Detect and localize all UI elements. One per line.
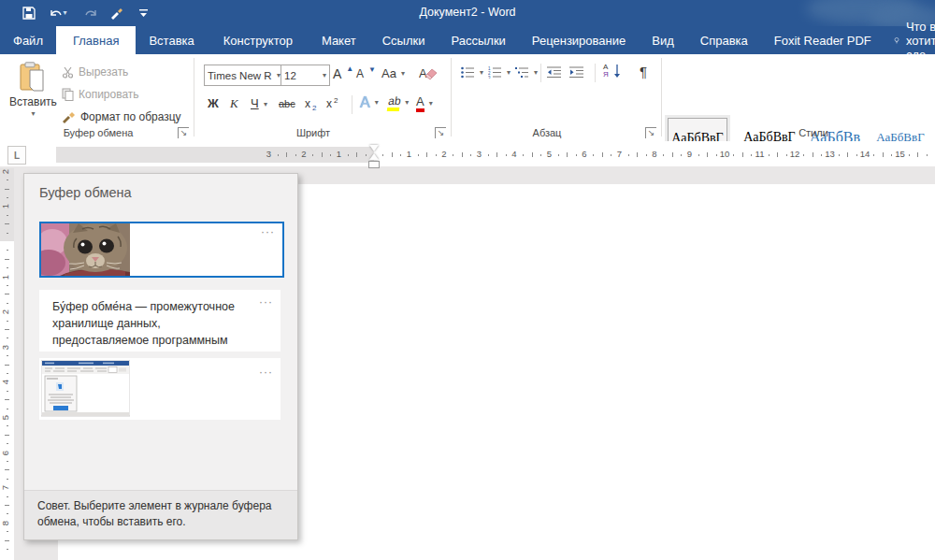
multilevel-list-button[interactable]: ▾	[515, 66, 538, 79]
ruler-mark	[400, 154, 401, 156]
bullets-button[interactable]: ▾	[461, 66, 483, 79]
paste-button[interactable]: Вставить ▾	[9, 62, 57, 118]
highlight-button[interactable]: ab▾	[388, 94, 409, 111]
ruler-mark: 2	[301, 149, 306, 159]
tab-layout[interactable]: Макет	[309, 26, 369, 54]
increase-indent-button[interactable]	[569, 66, 584, 79]
clipboard-dialog-launcher[interactable]: ↘	[178, 127, 189, 138]
clipboard-item-screenshot[interactable]: ···	[39, 358, 280, 420]
hanging-indent-marker[interactable]	[369, 153, 379, 160]
ruler-mark	[769, 154, 770, 156]
numbering-button[interactable]: 123▾	[488, 66, 511, 79]
ruler-mark	[7, 215, 8, 216]
h-ruler-margin	[56, 147, 374, 163]
decrease-indent-button[interactable]	[547, 66, 562, 79]
ruler-mark	[392, 152, 393, 157]
ruler-mark	[7, 496, 8, 497]
item-menu-button[interactable]: ···	[261, 225, 275, 238]
underline-dropdown-caret[interactable]: ▾	[264, 101, 267, 108]
subscript-button[interactable]: х2	[305, 97, 319, 110]
tab-insert[interactable]: Вставка	[136, 26, 207, 54]
ruler-mark	[382, 154, 383, 156]
underline-button[interactable]: Ч	[251, 96, 259, 110]
ruler-mark	[847, 152, 848, 157]
ruler-mark	[436, 154, 437, 156]
ruler-mark	[356, 152, 357, 157]
ruler-mark	[496, 152, 497, 157]
h-ruler: 123123456789101112131415	[56, 147, 935, 163]
ruler-mark	[7, 391, 8, 392]
font-group-label: Шрифт	[262, 127, 365, 138]
paste-dropdown-caret[interactable]: ▾	[31, 110, 35, 118]
ruler-mark: 1	[0, 204, 10, 208]
show-marks-button[interactable]: ¶	[640, 64, 647, 79]
tab-references[interactable]: Ссылки	[369, 26, 439, 54]
italic-button[interactable]: К	[230, 96, 238, 111]
font-size-combo[interactable]: 12▾	[280, 65, 330, 86]
font-dialog-launcher[interactable]: ↘	[435, 127, 446, 138]
bullets-icon	[461, 66, 475, 79]
v-ruler: 1212345678	[0, 168, 14, 560]
ruler-mark	[909, 154, 910, 156]
ruler-mark	[576, 154, 577, 156]
cut-button: Вырезать	[62, 65, 128, 79]
ruler-mark	[873, 154, 874, 156]
ruler-mark	[742, 152, 743, 157]
ruler-mark: 14	[860, 149, 870, 159]
strikethrough-button[interactable]: abc	[279, 98, 295, 109]
ruler-mark	[5, 540, 9, 541]
tab-review[interactable]: Рецензирование	[519, 26, 639, 54]
tab-view[interactable]: Вид	[639, 26, 687, 54]
tab-help[interactable]: Справка	[687, 26, 761, 54]
ruler-mark	[5, 399, 9, 400]
font-size-value: 12	[284, 70, 296, 81]
tab-foxit-reader-pdf[interactable]: Foxit Reader PDF	[761, 26, 885, 54]
first-line-indent-marker[interactable]	[369, 145, 379, 151]
scissors-icon	[62, 66, 74, 79]
sort-button[interactable]: АЯ	[603, 64, 621, 79]
format-painter-button[interactable]: Формат по образцу	[62, 110, 181, 123]
ruler-mark	[663, 154, 664, 156]
font-color-button[interactable]: А▾	[416, 94, 433, 112]
ruler-mark	[426, 152, 427, 157]
tab-file[interactable]: Файл	[0, 26, 56, 54]
tell-me-box[interactable]: Что вы хотите сде	[885, 26, 935, 54]
item-menu-button[interactable]: ···	[259, 295, 273, 309]
clear-formatting-button[interactable]: А	[419, 65, 438, 81]
ruler-mark	[733, 154, 734, 156]
text-effects-button[interactable]: А▾	[360, 94, 379, 111]
superscript-button[interactable]: х2	[326, 97, 340, 110]
ruler-mark: 3	[477, 149, 482, 159]
grow-font-button[interactable]: А▲	[333, 66, 353, 81]
paragraph-dialog-launcher[interactable]: ↘	[645, 127, 656, 138]
ruler-mark	[558, 154, 559, 156]
tab-home[interactable]: Главная	[56, 26, 136, 54]
ruler-mark	[716, 154, 717, 156]
indent-markers[interactable]	[367, 145, 381, 166]
shrink-font-button[interactable]: А▼	[356, 67, 376, 80]
ruler-mark	[567, 152, 568, 157]
tab-design[interactable]: Конструктор	[208, 26, 309, 54]
left-indent-marker[interactable]	[368, 161, 380, 168]
clipboard-text-content: Бу́фер обме́на — промежуточное хранилище…	[39, 290, 280, 357]
change-case-button[interactable]: Аа▾	[381, 66, 405, 80]
ruler-mark	[5, 329, 9, 330]
font-family-combo[interactable]: Times New R▾	[204, 65, 284, 86]
ruler-mark	[593, 154, 594, 156]
ruler-mark	[295, 154, 296, 156]
copy-label: Копировать	[79, 88, 139, 101]
bold-button[interactable]: Ж	[208, 96, 219, 110]
clipboard-item-cat-image[interactable]: ···	[39, 222, 284, 278]
ruler-mark	[470, 154, 471, 156]
ruler-mark	[5, 469, 9, 470]
ruler-mark	[540, 154, 541, 156]
clipboard-item-text[interactable]: Бу́фер обме́на — промежуточное хранилище…	[39, 290, 280, 352]
tab-mailings[interactable]: Рассылки	[438, 26, 518, 54]
ruler-mark: 3	[266, 149, 271, 159]
ruler-mark	[462, 152, 463, 157]
ruler-mark	[628, 154, 629, 156]
ruler-mark	[803, 154, 804, 156]
tab-stop-selector[interactable]: L	[7, 146, 26, 165]
item-menu-button[interactable]: ···	[259, 366, 273, 379]
ruler-mark	[5, 435, 9, 436]
